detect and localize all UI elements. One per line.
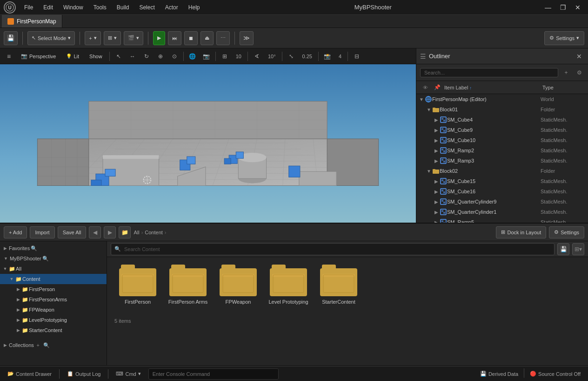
scale-tool-button[interactable]: ⊕ [154, 50, 167, 62]
camera-display[interactable]: 4 [335, 50, 345, 62]
grid-size-display[interactable]: 10 [233, 50, 245, 62]
console-input[interactable] [148, 368, 279, 380]
scale-display[interactable]: 0.25 [299, 50, 315, 62]
overflow-button[interactable]: ≫ [240, 31, 254, 45]
outliner-search-input[interactable] [420, 68, 558, 77]
tree-item[interactable]: ▶SM_QuarterCylinder1StaticMesh. [416, 207, 588, 217]
cb-folder-button[interactable]: 📁 [119, 226, 131, 238]
eject-button[interactable]: ⏏ [200, 31, 214, 45]
folder-item[interactable]: FPWeapon [215, 265, 261, 309]
add-content-button[interactable]: +▾ [85, 31, 100, 45]
cb-tree-content[interactable]: ▼ 📁 Content [0, 274, 107, 284]
tree-item[interactable]: ▼FirstPersonMap (Editor)World [416, 94, 588, 104]
angle-icon[interactable]: ∢ [251, 50, 263, 62]
tree-item[interactable]: ▶SM_Cube16StaticMesh. [416, 186, 588, 197]
cb-content-area[interactable]: 🔍 💾 ⊞▾ FirstPerson FirstPerson Arms FPWe… [107, 241, 588, 365]
cb-dock-button[interactable]: ⊞ Dock in Layout [496, 226, 546, 238]
visibility-col-header[interactable]: 👁 [420, 82, 430, 93]
transform-mode-button[interactable]: ⊙ [168, 50, 180, 62]
viewport-menu-button[interactable]: ≡ [3, 50, 15, 62]
cb-save-all-button[interactable]: Save All [58, 226, 87, 238]
type-col-header[interactable]: Type [542, 85, 584, 90]
derived-data-button[interactable]: 💾 Derived Data [476, 368, 522, 380]
label-col-header[interactable]: Item Label ↑ [444, 85, 541, 90]
map-tab[interactable]: FirstPersonMap [2, 15, 62, 27]
tree-item[interactable]: ▶SM_Ramp3StaticMesh. [416, 156, 588, 166]
tree-item[interactable]: ▶SM_Cube10StaticMesh. [416, 135, 588, 145]
content-filter-button[interactable]: ⊞▾ [572, 243, 584, 255]
folder-item[interactable]: FirstPerson [114, 265, 161, 309]
layout-button[interactable]: ⊟ [351, 50, 363, 62]
cmd-label-button[interactable]: ⌨ Cmd ▾ [112, 368, 144, 380]
menu-actor[interactable]: Actor [160, 3, 183, 12]
minimize-button[interactable]: — [541, 2, 555, 13]
camera-num-btn[interactable]: 📸 [321, 50, 334, 62]
more-options-button[interactable]: ⋯ [216, 31, 230, 45]
save-button[interactable]: 💾 [4, 31, 18, 45]
favorites-section-header[interactable]: ▶ Favorites 🔍 [0, 243, 107, 253]
cb-settings-button[interactable]: ⚙ Settings [549, 226, 584, 238]
tree-item[interactable]: ▶SM_Ramp5StaticMesh. [416, 217, 588, 223]
tree-item[interactable]: ▶SM_Ramp2StaticMesh. [416, 145, 588, 156]
select-mode-button[interactable]: ↖ Select Mode ▾ [27, 31, 75, 45]
cb-tree-levelprototyping[interactable]: ▶ 📁 LevelPrototyping [0, 315, 107, 325]
stop-button[interactable]: ⏹ [184, 31, 198, 45]
tree-item[interactable]: ▶SM_Cube15StaticMesh. [416, 176, 588, 186]
cb-import-button[interactable]: Import [30, 226, 54, 238]
source-control-button[interactable]: 🔴 Source Control Off [526, 368, 584, 380]
select-tool-button[interactable]: ↖ [113, 50, 125, 62]
collections-section-header[interactable]: ▶ Collections + 🔍 [0, 340, 107, 350]
close-button[interactable]: ✕ [571, 2, 584, 13]
tree-item[interactable]: ▶SM_Cube9StaticMesh. [416, 125, 588, 135]
rotate-tool-button[interactable]: ↻ [140, 50, 153, 62]
cb-tree-startercontent[interactable]: ▶ 📁 StarterContent [0, 325, 107, 335]
camera-button[interactable]: 🎬▾ [124, 31, 143, 45]
menu-help[interactable]: Help [184, 3, 205, 12]
outliner-close-button[interactable]: ✕ [574, 51, 584, 61]
world-grid-button[interactable]: 🌐 [187, 50, 199, 62]
grid-view-button[interactable]: ⊞ [219, 50, 231, 62]
outliner-search-settings-button[interactable]: ⚙ [574, 68, 584, 78]
menu-file[interactable]: File [20, 3, 38, 12]
pin-col-header[interactable]: 📌 [432, 82, 442, 93]
breadcrumb-all[interactable]: All [134, 230, 139, 235]
show-button[interactable]: Show [85, 50, 107, 62]
perspective-button[interactable]: 📷 Perspective [17, 50, 60, 62]
lit-button[interactable]: 💡 Lit [62, 50, 83, 62]
content-search-input[interactable] [111, 243, 555, 255]
breadcrumb-content[interactable]: Content [145, 230, 163, 235]
cb-tree-firstpersonarms[interactable]: ▶ 📁 FirstPersonArms [0, 294, 107, 305]
menu-select[interactable]: Select [134, 3, 159, 12]
outliner-search-add-button[interactable]: + [561, 68, 571, 78]
move-tool-button[interactable]: ↔ [127, 50, 139, 62]
cb-tree-fpweapon[interactable]: ▶ 📁 FPWeapon [0, 305, 107, 315]
tree-item[interactable]: ▼Block01Folder [416, 104, 588, 115]
menu-edit[interactable]: Edit [39, 3, 58, 12]
angle-display[interactable]: 10° [265, 50, 279, 62]
snap-button[interactable]: ⊞▾ [104, 31, 121, 45]
viewport-3d[interactable] [0, 64, 416, 223]
content-drawer-button[interactable]: 📂 Content Drawer [4, 368, 55, 380]
tree-item[interactable]: ▶SM_QuarterCylinder9StaticMesh. [416, 197, 588, 207]
restore-button[interactable]: ❐ [556, 2, 569, 13]
cb-add-button[interactable]: + Add [4, 226, 27, 238]
settings-button[interactable]: ⚙ Settings ▾ [544, 31, 584, 45]
project-section-header[interactable]: ▼ MyBPShooter 🔍 [0, 253, 107, 264]
play-button[interactable]: ▶ [153, 31, 165, 45]
project-search-button[interactable]: 🔍 [41, 254, 50, 263]
camera-speed-button[interactable]: 📷 [200, 50, 213, 62]
collections-add-button[interactable]: + [34, 341, 42, 349]
cb-back-button[interactable]: ◀ [89, 226, 101, 238]
folder-item[interactable]: StarterContent [315, 265, 362, 309]
favorites-search-button[interactable]: 🔍 [30, 244, 38, 252]
folder-item[interactable]: FirstPerson Arms [165, 265, 211, 309]
content-save-button[interactable]: 💾 [557, 243, 569, 255]
cb-tree-firstperson[interactable]: ▶ 📁 FirstPerson [0, 284, 107, 294]
collections-search-button[interactable]: 🔍 [42, 341, 51, 349]
skip-button[interactable]: ⏭ [168, 31, 181, 45]
menu-build[interactable]: Build [112, 3, 134, 12]
output-log-button[interactable]: 📋 Output Log [63, 368, 104, 380]
cb-forward-button[interactable]: ▶ [104, 226, 116, 238]
menu-window[interactable]: Window [59, 3, 88, 12]
outliner-tree[interactable]: ▼FirstPersonMap (Editor)World▼Block01Fol… [416, 94, 588, 223]
